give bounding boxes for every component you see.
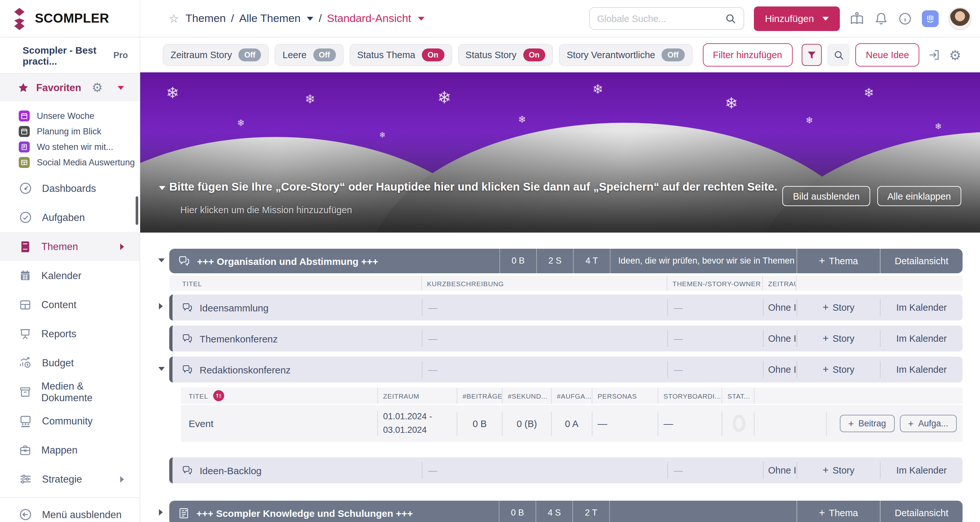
breadcrumb-mode[interactable]: Standard-Ansicht [327, 12, 411, 25]
chevron-down-icon[interactable] [418, 16, 424, 20]
filter-chip-zeitraum-story[interactable]: Zeitraum Story Off [163, 44, 269, 66]
expand-group-icon[interactable] [159, 509, 163, 516]
favorite-item[interactable]: Unsere Woche [0, 108, 140, 123]
notifications-bell-icon[interactable] [874, 11, 888, 25]
chat-messenger-icon[interactable] [922, 10, 939, 27]
favorite-item[interactable]: Planung im Blick [0, 123, 140, 139]
export-icon[interactable] [928, 48, 940, 61]
chip-state-badge: Off [239, 48, 261, 61]
chat-bubbles-icon [181, 302, 193, 314]
story-row[interactable]: Event 01.01.2024 - 03.01.2024 0 B 0 (B) … [181, 405, 963, 442]
calendar-icon [19, 126, 30, 137]
group-themes-count: 4 T [573, 249, 610, 273]
breadcrumb-view[interactable]: Alle Themen [239, 12, 301, 25]
show-in-calendar-button[interactable]: Im Kalender [880, 299, 963, 316]
add-story-button[interactable]: +Story [797, 361, 880, 378]
gear-icon[interactable]: ⚙ [92, 81, 103, 94]
chevron-down-icon[interactable] [307, 16, 313, 20]
sidebar-item-kalender[interactable]: Kalender [0, 261, 140, 290]
sidebar-scrollbar[interactable] [136, 196, 138, 225]
theme-kurzbeschreibung: — [422, 299, 667, 316]
sidebar-item-strategie[interactable]: Strategie [0, 465, 140, 493]
mission-hint[interactable]: Hier klicken um die Mission hinzuzufügen [180, 205, 352, 215]
expand-row-icon[interactable] [159, 303, 163, 309]
settings-gear-icon[interactable]: ⚙ [949, 48, 961, 62]
sidebar-item-budget[interactable]: Budget [0, 348, 140, 377]
sidebar-item-medien[interactable]: Medien & Dokumente [0, 377, 140, 406]
sidebar-item-aufgaben[interactable]: Aufgaben [0, 203, 140, 232]
core-story-prompt[interactable]: Bitte fügen Sie Ihre „Core-Story“ oder H… [169, 180, 778, 194]
academy-icon[interactable] [850, 11, 864, 26]
theme-group-header[interactable]: +++ Organisation und Abstimmung +++ 0 B … [169, 249, 963, 273]
favorite-star-icon[interactable]: ☆ [169, 11, 179, 25]
favorite-item[interactable]: Social Media Auswertung [0, 154, 140, 170]
info-icon[interactable] [898, 11, 912, 25]
theme-row[interactable]: Ideen-Backlog — — Ohne I +Story Im Kalen… [169, 457, 963, 483]
detail-view-button[interactable]: Detailansicht [880, 249, 963, 273]
add-post-button[interactable]: +Beitrag [840, 415, 894, 432]
breadcrumb-section[interactable]: Themen [185, 12, 226, 25]
theme-row[interactable]: Redaktionskonferenz — — Ohne I +Story Im… [169, 356, 963, 382]
sidebar-item-label: Strategie [42, 473, 82, 485]
group-posts-count: 0 B [499, 501, 536, 522]
favorites-title: Favoriten [36, 82, 81, 93]
theme-group-header[interactable]: +++ Scompler Knowledge und Schulungen ++… [169, 501, 963, 522]
add-story-button[interactable]: +Story [797, 330, 880, 347]
chat-bubbles-icon [181, 364, 193, 376]
sort-icon[interactable] [213, 390, 224, 401]
add-theme-button[interactable]: +Thema [797, 249, 880, 273]
filter-chip-story-verantwortliche[interactable]: Story Verantwortliche Off [559, 44, 692, 66]
filter-funnel-button[interactable] [802, 44, 822, 66]
snowflake-icon: ❄ [592, 81, 603, 97]
filter-chip-status-thema[interactable]: Status Thema On [350, 44, 452, 66]
add-story-button[interactable]: +Story [797, 299, 880, 316]
add-story-button[interactable]: +Story [797, 462, 880, 479]
new-idea-button[interactable]: Neue Idee [856, 43, 920, 67]
chevron-down-icon[interactable] [159, 186, 165, 190]
user-avatar[interactable] [948, 7, 972, 30]
global-search[interactable] [589, 7, 744, 30]
sidebar-item-dashboards[interactable]: Dashboards [0, 174, 140, 203]
collapse-group-icon[interactable] [158, 258, 165, 262]
story-beitraege-count: 0 B [457, 411, 503, 436]
sidebar-item-mappen[interactable]: Mappen [0, 435, 140, 465]
add-story-label: Story [833, 465, 855, 476]
add-task-button[interactable]: +Aufga... [900, 415, 957, 432]
collapse-all-button[interactable]: Alle einklappen [877, 186, 961, 206]
chat-bubbles-icon [181, 465, 193, 476]
collapse-all-label: Alle einklappen [887, 191, 951, 201]
knowledge-book-icon [178, 507, 190, 519]
show-in-calendar-button[interactable]: Im Kalender [880, 361, 963, 378]
detail-view-button[interactable]: Detailansicht [880, 501, 963, 522]
filter-chip-leere[interactable]: Leere Off [275, 44, 344, 66]
sidebar-item-content[interactable]: Content [0, 290, 140, 319]
status-indicator[interactable] [733, 415, 746, 432]
sidebar-item-community[interactable]: Community [0, 406, 140, 435]
mission-banner[interactable]: ❄ ❄ ❄ ❄ ❄ ❄ ❄ ❄ ❄ ❄ ❄ ❄ ❄ ❄ Bitte fügen … [140, 72, 980, 232]
calendar-icon [19, 110, 30, 121]
theme-row[interactable]: Themenkonferenz — — Ohne I +Story Im Kal… [169, 326, 963, 352]
favorites-list: Unsere Woche Planung im Blick Wo stehen … [0, 102, 140, 174]
favorites-header[interactable]: Favoriten ⚙ [0, 74, 140, 102]
snowflake-icon: ❄ [725, 94, 738, 112]
add-button[interactable]: Hinzufügen [754, 6, 840, 31]
workspace-switcher[interactable]: Scompler - Best practi... Pro [0, 37, 140, 74]
collapse-menu-button[interactable]: Menü ausblenden [0, 497, 140, 521]
add-filter-button[interactable]: Filter hinzufügen [703, 43, 792, 67]
check-circle-icon [19, 211, 32, 224]
show-in-calendar-button[interactable]: Im Kalender [880, 330, 963, 347]
collapse-row-icon[interactable] [158, 367, 165, 371]
sidebar-item-themen[interactable]: Themen [0, 232, 140, 261]
global-search-input[interactable] [597, 13, 720, 24]
subcolumn-storyboard: STORYBOARDI... [658, 388, 722, 404]
show-in-calendar-button[interactable]: Im Kalender [880, 462, 963, 479]
chevron-down-icon[interactable] [118, 86, 124, 89]
sidebar-item-reports[interactable]: Reports [0, 319, 140, 348]
filter-chip-status-story[interactable]: Status Story On [458, 44, 553, 66]
logo[interactable]: SCOMPLER [0, 0, 140, 37]
add-theme-button[interactable]: +Thema [797, 501, 880, 522]
table-search-button[interactable] [828, 44, 850, 66]
favorite-item[interactable]: Wo stehen wir mit... [0, 139, 140, 154]
hide-image-button[interactable]: Bild ausblenden [783, 186, 870, 206]
theme-row[interactable]: Ideensammlung — — Ohne I +Story Im Kalen… [169, 294, 963, 320]
